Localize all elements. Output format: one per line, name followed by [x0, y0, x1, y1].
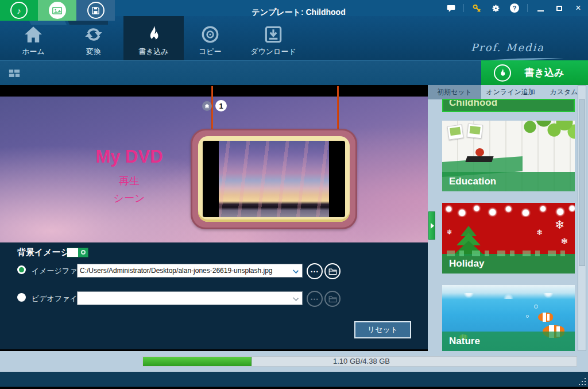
polaroid-decor	[467, 124, 483, 139]
nav-burn[interactable]: 書き込み	[123, 16, 184, 60]
bg-image-toggle[interactable]	[67, 248, 88, 257]
convert-refresh-icon	[84, 24, 103, 45]
reset-button[interactable]: リセット	[354, 321, 411, 338]
nav-copy-label: コピー	[199, 47, 222, 57]
open-video-folder-button-disabled	[324, 291, 341, 307]
burn-action-button[interactable]: 書き込み	[481, 60, 588, 85]
snowflake-icon: ❄	[536, 228, 543, 237]
toggle-on-ring	[81, 250, 86, 255]
template-holiday[interactable]: ❄ ❄ ❄ ❄ Holiday	[442, 203, 575, 274]
disc-icon	[201, 24, 219, 45]
toggle-knob	[67, 248, 78, 257]
settings-gear-icon[interactable]	[489, 2, 502, 14]
nav-home-label: ホーム	[22, 47, 45, 57]
menu-home-badge[interactable]	[202, 101, 212, 111]
disc-capacity-fill	[143, 357, 252, 366]
tab-default-set[interactable]: 初期セット	[428, 85, 481, 99]
open-image-folder-button[interactable]	[324, 263, 341, 279]
apple-decor	[475, 148, 484, 156]
video-file-combobox[interactable]	[77, 291, 303, 305]
app-window: Leawo Prof. Media ? × ホーム	[0, 0, 588, 389]
music-note-icon: ♪	[10, 2, 28, 19]
footer-bar	[0, 372, 588, 387]
bubble-decor	[526, 315, 529, 318]
template-childhood-label: Childhood	[443, 99, 574, 112]
tv-frame-thumbnail[interactable]	[191, 129, 357, 229]
template-education-label: Education	[442, 172, 575, 191]
register-key-icon[interactable]	[470, 2, 483, 14]
template-education[interactable]: Education	[442, 121, 575, 191]
snowflake-icon: ❄	[555, 218, 564, 232]
preview-letterbox-top	[0, 85, 428, 97]
bg-image-section-label: 背景イメージ	[17, 247, 69, 258]
disc-capacity-text: 1.10 GB/4.38 GB	[333, 357, 390, 365]
chevron-down-icon	[293, 295, 299, 301]
divider	[527, 4, 528, 12]
resize-grip[interactable]	[579, 378, 587, 386]
minimize-button[interactable]	[534, 2, 547, 14]
folder-icon	[328, 295, 337, 303]
home-icon	[24, 24, 43, 45]
save-template-button[interactable]	[76, 0, 115, 21]
background-image-button[interactable]	[38, 0, 76, 21]
image-file-input[interactable]	[78, 264, 289, 277]
dvd-menu-title[interactable]: My DVD	[86, 147, 172, 167]
scrollbar-thumb[interactable]	[579, 99, 585, 266]
image-file-combobox[interactable]	[77, 264, 303, 278]
background-music-button[interactable]: ♪	[0, 0, 38, 21]
close-button[interactable]: ×	[572, 2, 585, 14]
folder-icon	[328, 268, 337, 275]
picture-icon	[49, 2, 66, 19]
video-file-input[interactable]	[78, 292, 289, 305]
tv-frame-inner	[198, 136, 350, 222]
browse-image-button[interactable]: …	[307, 263, 323, 279]
home-mini-icon	[204, 103, 210, 109]
template-scrollbar[interactable]	[578, 85, 586, 351]
sidebar-collapse-handle[interactable]	[428, 211, 435, 240]
radio-selected-dot	[19, 267, 24, 272]
brand-script-logo: Prof. Media	[456, 41, 559, 53]
string-lights-decor	[442, 204, 575, 217]
burn-flame-circle-icon	[494, 64, 511, 82]
template-tabs: 初期セット オンライン追加 カスタム	[428, 85, 588, 99]
image-file-radio[interactable]	[17, 265, 26, 274]
wave-decor	[442, 293, 575, 299]
browse-video-button-disabled: …	[307, 291, 323, 307]
nav-download[interactable]: ダウンロード	[247, 16, 300, 60]
maximize-button[interactable]	[553, 2, 566, 14]
help-icon[interactable]: ?	[508, 2, 521, 14]
tv-screen	[203, 141, 345, 217]
dvd-menu-play-item[interactable]: 再生	[98, 174, 161, 188]
leaves-decor	[513, 121, 575, 144]
graduation-cap-decor	[465, 156, 493, 162]
snowflake-icon: ❄	[560, 236, 568, 247]
nav-copy[interactable]: コピー	[189, 16, 231, 60]
bubble-decor	[534, 305, 538, 309]
template-childhood[interactable]: Childhood	[442, 99, 575, 112]
chevron-down-icon[interactable]	[293, 268, 299, 274]
nav-download-label: ダウンロード	[250, 47, 296, 57]
tab-online-add[interactable]: オンライン追加	[481, 85, 540, 99]
divider	[463, 4, 464, 12]
feedback-bubble-icon[interactable]	[444, 2, 457, 14]
template-nature[interactable]: Nature	[442, 285, 575, 351]
template-nature-label: Nature	[442, 332, 575, 351]
nav-burn-label: 書き込み	[138, 47, 169, 57]
hanging-string-left	[211, 86, 213, 130]
video-file-radio[interactable]	[17, 293, 26, 302]
layout-grid-icon[interactable]	[5, 65, 24, 82]
polaroid-decor	[447, 124, 463, 140]
template-title: テンプレート: Childhood	[172, 7, 425, 18]
chapter-number-badge[interactable]: 1	[215, 100, 227, 111]
bottom-edge	[0, 387, 588, 389]
download-icon	[264, 24, 283, 45]
floppy-disk-icon	[87, 2, 105, 19]
burn-action-label: 書き込み	[511, 66, 578, 79]
template-holiday-label: Holiday	[442, 254, 575, 274]
dvd-menu-scene-item[interactable]: シーン	[98, 191, 161, 205]
snowflake-icon: ❄	[447, 228, 452, 236]
arrow-right-icon	[431, 223, 434, 229]
video-still	[219, 141, 329, 217]
nav-convert-label: 変換	[86, 47, 101, 57]
clownfish-decor	[538, 313, 553, 322]
